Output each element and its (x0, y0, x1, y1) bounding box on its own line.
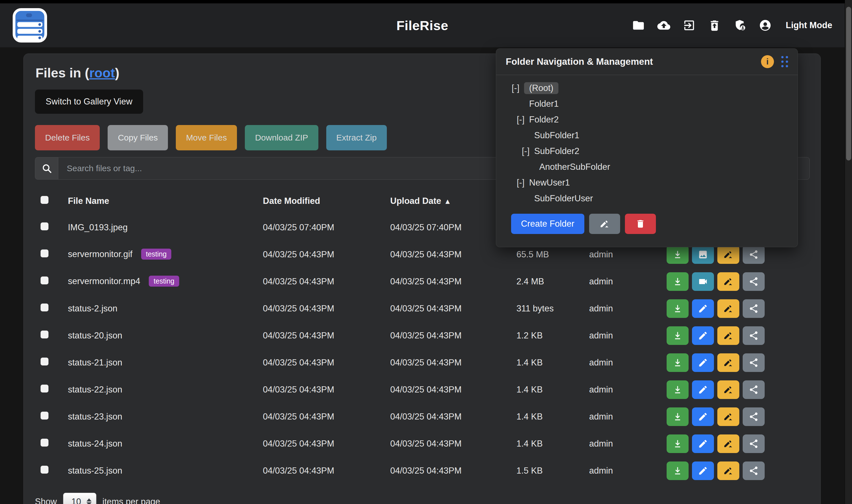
folder-tree-item[interactable]: Folder1 (517, 96, 798, 112)
share-button[interactable] (743, 408, 765, 426)
download-button[interactable] (666, 272, 689, 291)
folder-tree-item[interactable]: AnotherSubFolder (527, 159, 798, 175)
file-name[interactable]: status-2.json (68, 304, 118, 313)
share-button[interactable] (743, 353, 765, 372)
folder-icon[interactable] (632, 19, 645, 32)
preview-edit-button[interactable] (692, 462, 714, 480)
file-name[interactable]: status-23.json (68, 412, 122, 421)
scrollbar-thumb[interactable] (846, 7, 851, 161)
delete-folder-button[interactable] (625, 214, 656, 234)
tree-toggle[interactable]: [-] (522, 146, 534, 156)
share-button[interactable] (743, 299, 765, 318)
file-name[interactable]: servermonitor.gif (68, 249, 133, 259)
row-checkbox[interactable] (40, 384, 49, 393)
preview-edit-button[interactable] (692, 408, 714, 426)
row-checkbox[interactable] (40, 304, 49, 311)
theme-toggle[interactable]: Light Mode (786, 20, 832, 31)
share-button[interactable] (743, 434, 765, 453)
rename-folder-button[interactable] (589, 214, 620, 234)
folder-tree-item[interactable]: SubFolderUser (522, 191, 798, 206)
file-name[interactable]: status-20.json (68, 330, 122, 340)
row-checkbox[interactable] (40, 330, 49, 339)
preview-edit-button[interactable] (692, 434, 714, 453)
share-button[interactable] (743, 326, 765, 345)
rename-button[interactable] (717, 380, 739, 399)
col-header-date-modified[interactable]: Date Modified (263, 196, 390, 206)
delete-files-button[interactable]: Delete Files (35, 125, 100, 150)
restore-trash-icon[interactable] (708, 19, 721, 32)
share-button[interactable] (743, 380, 765, 399)
row-checkbox[interactable] (40, 358, 49, 365)
folder-tree-item[interactable]: [-] Folder2 (517, 112, 798, 128)
row-checkbox[interactable] (40, 222, 49, 230)
tree-folder-label[interactable]: Folder1 (529, 99, 559, 109)
file-name[interactable]: status-22.json (68, 384, 122, 394)
folder-tree-item[interactable]: [-] SubFolder2 (522, 143, 798, 159)
preview-edit-button[interactable] (692, 299, 714, 318)
tree-folder-label[interactable]: SubFolder1 (534, 130, 579, 141)
create-folder-button[interactable]: Create Folder (511, 214, 584, 234)
tree-toggle[interactable]: [-] (517, 114, 529, 125)
file-name[interactable]: IMG_0193.jpeg (68, 222, 128, 232)
preview-edit-button[interactable] (692, 245, 714, 264)
info-icon[interactable]: i (761, 55, 774, 68)
copy-files-button[interactable]: Copy Files (108, 125, 168, 150)
tree-folder-label[interactable]: SubFolderUser (534, 194, 593, 203)
rename-button[interactable] (717, 272, 739, 291)
file-name[interactable]: servermonitor.mp4 (68, 276, 140, 286)
rename-button[interactable] (717, 326, 739, 345)
share-button[interactable] (743, 462, 765, 480)
download-button[interactable] (666, 462, 689, 480)
search-icon[interactable] (35, 157, 58, 180)
select-all-checkbox[interactable] (40, 196, 49, 204)
share-button[interactable] (743, 245, 765, 264)
row-checkbox[interactable] (40, 276, 49, 284)
preview-edit-button[interactable] (692, 272, 714, 291)
tree-toggle[interactable]: [-] (517, 178, 529, 188)
preview-edit-button[interactable] (692, 380, 714, 399)
download-zip-button[interactable]: Download ZIP (245, 125, 318, 150)
tree-folder-label[interactable]: NewUser1 (529, 178, 570, 188)
download-button[interactable] (666, 408, 689, 426)
rename-button[interactable] (717, 408, 739, 426)
preview-edit-button[interactable] (692, 326, 714, 345)
tree-folder-label[interactable]: AnotherSubFolder (539, 162, 610, 172)
app-logo-icon[interactable] (12, 8, 47, 43)
row-checkbox[interactable] (40, 466, 49, 473)
folder-tree-item[interactable]: [-] (Root) (512, 80, 798, 96)
file-name[interactable]: status-24.json (68, 439, 122, 449)
rename-button[interactable] (717, 299, 739, 318)
upload-cloud-icon[interactable] (657, 19, 670, 32)
share-button[interactable] (743, 272, 765, 291)
row-checkbox[interactable] (40, 250, 49, 257)
drag-handle-icon[interactable] (781, 56, 788, 67)
file-name[interactable]: status-21.json (68, 358, 122, 367)
rename-button[interactable] (717, 245, 739, 264)
tree-folder-label[interactable]: (Root) (524, 82, 558, 94)
folder-tree-item[interactable]: [-] NewUser1 (517, 175, 798, 191)
tree-toggle[interactable]: [-] (512, 83, 524, 93)
download-button[interactable] (666, 353, 689, 372)
download-button[interactable] (666, 326, 689, 345)
file-name[interactable]: status-25.json (68, 466, 122, 475)
download-button[interactable] (666, 434, 689, 453)
rename-button[interactable] (717, 434, 739, 453)
root-folder-link[interactable]: root (89, 65, 115, 80)
col-header-file-name[interactable]: File Name (68, 196, 263, 206)
page-scrollbar[interactable] (845, 0, 852, 504)
items-per-page-select[interactable]: 10 (63, 493, 97, 504)
rename-button[interactable] (717, 462, 739, 480)
folder-tree-item[interactable]: SubFolder1 (522, 128, 798, 143)
user-shield-icon[interactable] (733, 19, 746, 32)
download-button[interactable] (666, 299, 689, 318)
gallery-view-button[interactable]: Switch to Gallery View (35, 90, 143, 114)
rename-button[interactable] (717, 353, 739, 372)
account-circle-icon[interactable] (759, 19, 772, 32)
download-button[interactable] (666, 245, 689, 264)
row-checkbox[interactable] (40, 439, 49, 447)
tree-folder-label[interactable]: Folder2 (529, 114, 559, 125)
sign-out-icon[interactable] (683, 19, 696, 32)
row-checkbox[interactable] (40, 412, 49, 419)
tree-folder-label[interactable]: SubFolder2 (534, 146, 579, 156)
download-button[interactable] (666, 380, 689, 399)
